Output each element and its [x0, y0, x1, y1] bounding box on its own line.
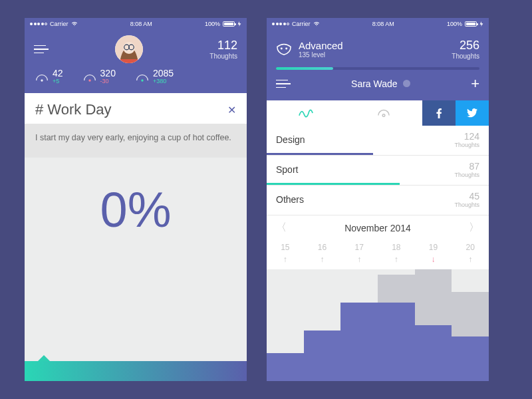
menu-icon[interactable] [34, 43, 49, 57]
day-number: 20 [466, 243, 475, 252]
arrow-up-icon: ↑ [378, 255, 415, 264]
category-bar [267, 153, 373, 155]
clock: 8:08 AM [130, 21, 152, 27]
twitter-icon [467, 108, 477, 118]
chart-seg-purple [267, 353, 304, 381]
day-cell[interactable]: 18↑ [378, 243, 415, 264]
level-block[interactable]: Advanced 135 level [276, 40, 343, 59]
signal-dots-icon [272, 23, 289, 25]
stats-row: 42+5 320-30 2085+380 [34, 65, 237, 86]
mask-icon [276, 43, 292, 56]
stat-3[interactable]: 2085+380 [136, 68, 174, 85]
thoughts-counter: 112 Thoughts [209, 39, 237, 60]
battery-icon [465, 21, 477, 27]
carrier-label: Carrier [50, 21, 68, 27]
chart-seg-purple [452, 336, 489, 381]
chart-seg-grey [415, 269, 452, 325]
tab-profile[interactable] [344, 100, 422, 126]
thoughts-count: 256 [452, 39, 479, 53]
category-row[interactable]: Others 45Thoughts [267, 186, 489, 215]
month-nav: 〈 November 2014 〉 [267, 215, 489, 240]
progress-bar[interactable] [25, 361, 247, 381]
wifi-icon [313, 21, 320, 27]
tab-activity[interactable] [267, 100, 344, 126]
menu-icon[interactable] [276, 77, 291, 91]
day-number: 18 [392, 243, 400, 252]
share-twitter[interactable] [456, 100, 489, 126]
chart-column [267, 269, 304, 381]
svg-point-4 [41, 79, 43, 81]
header: Advanced 135 level 256 Thoughts Sara Wad… [267, 30, 489, 100]
gauge-icon [83, 70, 96, 84]
stat-delta: -30 [100, 78, 116, 85]
post-card: # Work Day ✕ I start my day very early, … [25, 93, 247, 158]
thoughts-label: Thoughts [452, 53, 479, 60]
close-icon[interactable]: ✕ [227, 104, 236, 116]
category-name: Others [276, 194, 304, 205]
stat-delta: +380 [153, 78, 174, 85]
user-name-row[interactable]: Sara Wade [351, 78, 410, 90]
clock: 8:08 AM [372, 21, 394, 27]
battery-icon [223, 21, 235, 27]
svg-point-8 [285, 48, 287, 50]
chart-column [340, 269, 378, 381]
level-progress [276, 67, 479, 70]
charging-icon [237, 21, 241, 27]
screen-profile: Carrier 8:08 AM 100% Advanced 135 level … [267, 18, 489, 381]
chart-column [378, 269, 415, 381]
category-row[interactable]: Sport 87Thoughts [267, 156, 489, 186]
stat-value: 42 [53, 68, 63, 78]
chart-column [304, 269, 341, 381]
stat-1[interactable]: 42+5 [35, 68, 63, 85]
gauge-icon [35, 70, 49, 84]
stat-2[interactable]: 320-30 [83, 68, 116, 85]
category-count: 87Thoughts [454, 161, 479, 178]
screen-post: Carrier 8:08 AM 100% 112 Thoughts 42+5 [25, 18, 247, 381]
activity-chart [267, 269, 489, 381]
chart-seg-purple [378, 303, 415, 381]
stat-delta: +5 [53, 78, 63, 85]
day-cell[interactable]: 20↑ [452, 243, 489, 264]
battery-pct: 100% [205, 21, 220, 27]
avatar[interactable] [115, 35, 143, 63]
day-number: 19 [429, 243, 438, 252]
post-title: # Work Day [35, 101, 112, 118]
progress-readout: 0% [25, 158, 247, 381]
svg-point-6 [141, 79, 143, 81]
day-cell[interactable]: 19↓ [415, 243, 452, 264]
share-facebook[interactable] [422, 100, 456, 126]
chart-column [415, 269, 452, 381]
header: 112 Thoughts 42+5 320-30 2085+380 [25, 30, 247, 93]
stat-value: 2085 [153, 68, 174, 78]
carrier-label: Carrier [292, 21, 311, 27]
progress-percent: 0% [100, 182, 172, 238]
chart-seg-grey [378, 275, 415, 303]
arrow-up-icon: ↑ [452, 255, 489, 264]
next-month[interactable]: 〉 [469, 221, 479, 235]
tab-strip [267, 100, 489, 126]
charging-icon [479, 21, 483, 27]
day-cell[interactable]: 16↑ [304, 243, 341, 264]
add-button[interactable]: + [471, 75, 479, 92]
day-cell[interactable]: 17↑ [340, 243, 378, 264]
level-sub: 135 level [299, 51, 343, 59]
day-cell[interactable]: 15↑ [267, 243, 304, 264]
signal-dots-icon [30, 23, 47, 25]
chart-seg-purple [304, 331, 341, 381]
chart-column [452, 269, 489, 381]
arrow-up-icon: ↑ [267, 255, 304, 264]
day-strip: 15↑16↑17↑18↑19↓20↑ [267, 240, 489, 269]
category-count: 45Thoughts [454, 191, 479, 208]
facebook-icon [434, 108, 444, 118]
day-number: 17 [355, 243, 364, 252]
thoughts-label: Thoughts [209, 53, 237, 60]
progress-marker-icon [38, 355, 50, 361]
prev-month[interactable]: 〈 [276, 221, 287, 235]
svg-point-5 [88, 79, 90, 81]
chart-seg-grey [452, 292, 489, 336]
user-name: Sara Wade [351, 78, 398, 89]
verified-badge-icon [403, 80, 410, 87]
chart-seg-purple [415, 325, 452, 381]
category-row[interactable]: Design 124Thoughts [267, 126, 489, 156]
status-bar: Carrier 8:08 AM 100% [25, 18, 247, 30]
